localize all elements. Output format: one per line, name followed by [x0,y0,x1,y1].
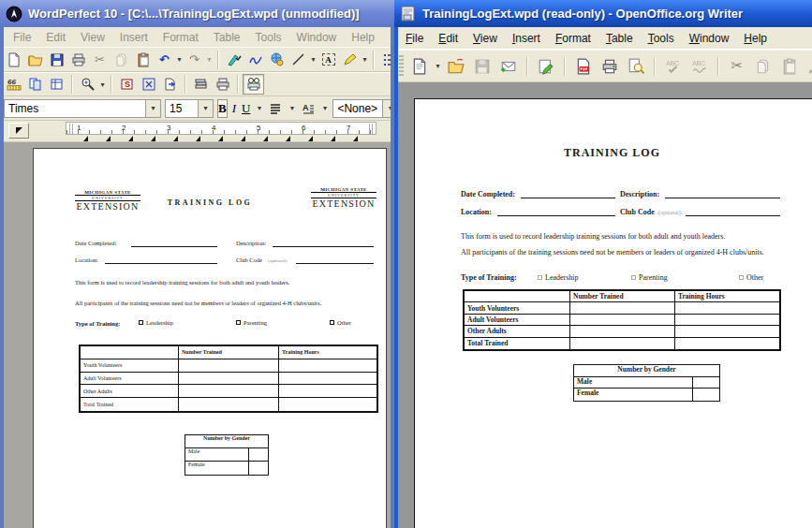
oo-menu-help[interactable]: Help [736,32,775,45]
paste-button[interactable] [132,50,154,70]
oo-menu-insert[interactable]: Insert [505,32,548,45]
edit-file-button[interactable] [534,56,558,77]
zoom-button[interactable] [77,74,98,95]
print-preview-button[interactable] [243,74,264,95]
wp-ruler[interactable]: 1 2 3 4 5 6 7 [0,121,394,142]
next-page-button[interactable] [159,74,181,95]
page-preview-button[interactable] [624,56,648,77]
right-margin-marker[interactable] [369,124,373,134]
description-label: Description: [236,240,266,246]
zoom-dropdown[interactable]: ▾ [98,81,107,89]
print-document-button[interactable] [212,74,233,95]
wp-menu-file[interactable]: File [6,31,38,44]
tab-stop-marker[interactable] [196,136,200,141]
oo-menu-edit[interactable]: Edit [431,32,465,45]
highlighter-button[interactable] [339,50,361,70]
new-document-button[interactable] [407,56,432,77]
line-spacing-button[interactable]: A [300,98,317,119]
tab-stop-marker[interactable] [286,136,290,141]
stylebook-button[interactable]: S [116,74,138,95]
hyperlink-button[interactable] [266,50,288,70]
fit-page-button[interactable] [138,74,159,95]
wp-menu-window[interactable]: Window [289,31,345,44]
new-document-button[interactable] [3,50,24,70]
oo-titlebar[interactable]: TrainingLogExt.wpd (read-only) - OpenOff… [394,0,812,27]
justification-dropdown[interactable]: ▾ [288,104,296,112]
type-of-training-label: Type of Training: [75,320,120,327]
open-button[interactable] [444,56,468,77]
wp-menu-table[interactable]: Table [206,31,248,44]
oo-menu-file[interactable]: File [398,32,431,45]
justification-button[interactable] [267,98,284,119]
club-code-label: Club Code [236,257,262,263]
checkbox-icon [631,275,636,280]
font-size-combo[interactable]: 15 ▾ [165,99,214,118]
wp-titlebar[interactable]: WordPerfect 10 - [C:\...\TrainingLogExt.… [0,0,394,27]
tab-stop-marker[interactable] [263,136,268,141]
draw-line-button[interactable] [288,50,309,70]
oo-menu-format[interactable]: Format [548,32,598,45]
italic-button[interactable]: I [231,99,237,118]
checkbox-leadership: Leadership [139,319,173,326]
email-document-button[interactable] [496,56,521,77]
oo-menu-window[interactable]: Window [682,32,737,45]
tab-stop-marker[interactable] [353,136,358,141]
draw-line-dropdown[interactable]: ▾ [309,55,317,64]
new-dropdown[interactable]: ▾ [434,62,442,70]
page-copy-button[interactable] [24,74,46,95]
wp-standard-toolbar: ✂ ↶ ▾ ↷ ▾ ▾ A ▾ [0,47,394,72]
tab-stop-marker[interactable] [308,136,313,141]
tab-selector-button[interactable] [8,123,29,139]
gender-row-label: Male [574,377,693,389]
print-history-button[interactable] [190,74,212,95]
shadow-cursor-button[interactable] [244,50,266,70]
tab-stops-row[interactable] [83,136,376,142]
quickformat-button[interactable] [223,50,244,70]
export-pdf-button[interactable] [571,56,596,77]
tab-stop-marker[interactable] [218,136,223,141]
underline-dropdown[interactable]: ▾ [255,104,263,112]
location-label: Location: [75,257,98,263]
wp-page[interactable]: MICHIGAN STATE UNIVERSITY EXTENSION TRAI… [33,148,387,528]
open-button[interactable] [24,50,46,70]
chevron-down-icon[interactable]: ▾ [198,100,213,117]
font-face-combo[interactable]: Times ▾ [4,99,161,118]
oo-page[interactable]: TRAINING LOG Date Completed: Description… [414,98,812,528]
wp-menu-view[interactable]: View [73,31,112,44]
checkbox-leadership: Leadership [538,273,579,282]
chevron-down-icon[interactable]: ▾ [145,100,160,117]
highlighter-dropdown[interactable]: ▾ [361,55,369,64]
toolbar-separator [564,57,566,76]
undo-dropdown[interactable]: ▾ [175,55,184,64]
quickwords-button[interactable]: 66 [3,74,24,95]
text-box-button[interactable]: A [317,50,339,70]
oo-menu-tools[interactable]: Tools [641,32,682,45]
tab-stop-marker[interactable] [241,136,245,141]
page-table-button[interactable] [46,74,67,95]
wp-menu-tools[interactable]: Tools [248,31,289,44]
bold-button[interactable]: B [217,99,228,118]
tab-stop-marker[interactable] [83,136,88,141]
tab-stop-marker[interactable] [331,136,335,141]
wp-menu-insert[interactable]: Insert [112,31,155,44]
tab-stop-marker[interactable] [151,136,155,141]
tab-stop-marker[interactable] [128,136,133,141]
wp-menu-edit[interactable]: Edit [38,31,73,44]
tab-stop-marker[interactable] [173,136,178,141]
tab-stop-marker[interactable] [106,136,111,141]
print-button[interactable] [598,56,622,77]
undo-button[interactable]: ↶ [154,50,175,70]
line-spacing-dropdown[interactable]: ▾ [320,104,329,112]
wp-menu-format[interactable]: Format [155,31,206,44]
toolbar-grip[interactable] [399,55,404,78]
print-button[interactable] [67,50,89,70]
oo-window-border [394,27,398,528]
styles-combo[interactable]: <None> ▾ [332,99,394,118]
oo-menu-view[interactable]: View [465,32,505,45]
wp-menu-help[interactable]: Help [344,31,382,44]
save-button[interactable] [46,50,67,70]
ruler-scale[interactable]: 1 2 3 4 5 6 7 [66,122,376,135]
redo-icon: ↷ [189,53,199,66]
underline-button[interactable]: U [241,99,251,118]
oo-menu-table[interactable]: Table [598,32,641,45]
